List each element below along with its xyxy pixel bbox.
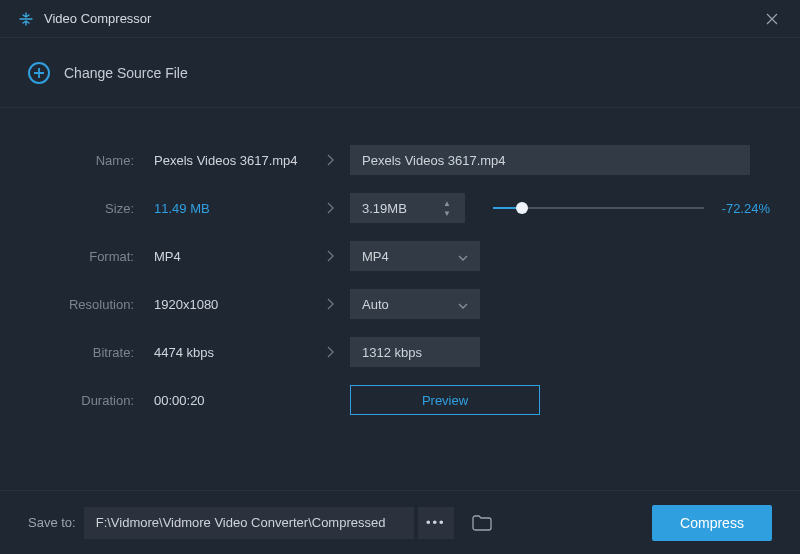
window-title: Video Compressor [44, 11, 151, 26]
bitrate-display[interactable]: 1312 kbps [350, 337, 480, 367]
close-icon[interactable] [762, 9, 782, 29]
label-size: Size: [0, 201, 140, 216]
browse-button[interactable]: ••• [418, 507, 454, 539]
folder-icon [472, 515, 492, 531]
original-format: MP4 [140, 249, 310, 264]
row-format: Format: MP4 MP4 [0, 232, 770, 280]
name-input[interactable] [350, 145, 750, 175]
original-duration: 00:00:20 [140, 393, 310, 408]
row-bitrate: Bitrate: 4474 kbps 1312 kbps [0, 328, 770, 376]
preview-button[interactable]: Preview [350, 385, 540, 415]
save-to-label: Save to: [28, 515, 76, 530]
slider-thumb[interactable] [516, 202, 528, 214]
dots-icon: ••• [426, 515, 446, 530]
size-value: 3.19MB [362, 201, 407, 216]
label-resolution: Resolution: [0, 297, 140, 312]
compress-label: Compress [680, 515, 744, 531]
chevron-right-icon [310, 202, 350, 214]
form-area: Name: Pexels Videos 3617.mp4 Size: 11.49… [0, 108, 800, 424]
preview-label: Preview [422, 393, 468, 408]
size-slider[interactable] [493, 207, 704, 209]
chevron-down-icon [458, 297, 468, 312]
resolution-value: Auto [362, 297, 389, 312]
label-duration: Duration: [0, 393, 140, 408]
row-size: Size: 11.49 MB 3.19MB ▲ ▼ -72.24% [0, 184, 770, 232]
compress-icon [18, 11, 34, 27]
bitrate-value: 1312 kbps [362, 345, 422, 360]
save-path-value: F:\Vidmore\Vidmore Video Converter\Compr… [96, 515, 386, 530]
titlebar: Video Compressor [0, 0, 800, 38]
plus-circle-icon [28, 62, 50, 84]
row-duration: Duration: 00:00:20 Preview [0, 376, 770, 424]
label-bitrate: Bitrate: [0, 345, 140, 360]
row-name: Name: Pexels Videos 3617.mp4 [0, 136, 770, 184]
original-size: 11.49 MB [140, 201, 310, 216]
change-source-label: Change Source File [64, 65, 188, 81]
size-input[interactable]: 3.19MB ▲ ▼ [350, 193, 465, 223]
original-bitrate: 4474 kbps [140, 345, 310, 360]
chevron-right-icon [310, 250, 350, 262]
stepper-down-icon[interactable]: ▼ [441, 208, 453, 218]
original-resolution: 1920x1080 [140, 297, 310, 312]
open-folder-button[interactable] [466, 507, 498, 539]
size-slider-wrap: -72.24% [493, 201, 770, 216]
format-select[interactable]: MP4 [350, 241, 480, 271]
chevron-right-icon [310, 298, 350, 310]
chevron-right-icon [310, 346, 350, 358]
format-value: MP4 [362, 249, 389, 264]
save-path-field[interactable]: F:\Vidmore\Vidmore Video Converter\Compr… [84, 507, 414, 539]
size-stepper[interactable]: ▲ ▼ [441, 198, 453, 218]
label-format: Format: [0, 249, 140, 264]
row-resolution: Resolution: 1920x1080 Auto [0, 280, 770, 328]
reduction-percent: -72.24% [722, 201, 770, 216]
footer: Save to: F:\Vidmore\Vidmore Video Conver… [0, 490, 800, 554]
resolution-select[interactable]: Auto [350, 289, 480, 319]
compress-button[interactable]: Compress [652, 505, 772, 541]
label-name: Name: [0, 153, 140, 168]
original-name: Pexels Videos 3617.mp4 [140, 153, 310, 168]
chevron-right-icon [310, 154, 350, 166]
chevron-down-icon [458, 249, 468, 264]
stepper-up-icon[interactable]: ▲ [441, 198, 453, 208]
name-input-field[interactable] [362, 153, 738, 168]
change-source-row[interactable]: Change Source File [0, 38, 800, 108]
